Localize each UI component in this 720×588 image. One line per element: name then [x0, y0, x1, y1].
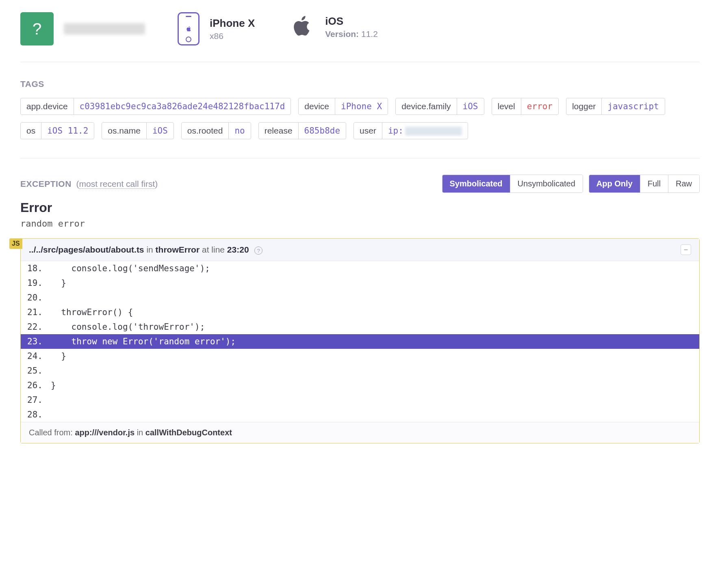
- code-line: 19. }: [21, 276, 699, 290]
- caller-file: app:///vendor.js: [75, 428, 134, 437]
- device-name: iPhone X: [210, 17, 255, 30]
- code-line: 20.: [21, 290, 699, 305]
- tag-key: user: [354, 123, 382, 139]
- line-code: throw new Error('random error');: [47, 334, 699, 349]
- symbolication-tabs: SymbolicatedUnsymbolicated: [442, 175, 583, 193]
- tag-value: iOS: [147, 123, 173, 139]
- tag-key: os.rooted: [182, 123, 229, 139]
- exception-type: Error: [20, 200, 700, 215]
- tag-os[interactable]: osiOS 11.2: [20, 122, 94, 139]
- frame-header[interactable]: ../../src/pages/about/about.ts in throwE…: [21, 239, 699, 261]
- line-number: 23.: [21, 334, 47, 349]
- tag-key: os.name: [102, 123, 147, 139]
- stack-frame: JS ../../src/pages/about/about.ts in thr…: [20, 238, 700, 443]
- tag-key: level: [492, 98, 521, 115]
- tag-value: iOS: [457, 98, 484, 115]
- frame-line: 23:20: [227, 245, 249, 254]
- tab-full[interactable]: Full: [640, 175, 668, 192]
- tag-value: c03981ebc9ec9ca3a826ade24e482128fbac117d: [74, 98, 291, 115]
- line-code: [47, 363, 699, 378]
- apple-logo-icon: [287, 12, 315, 42]
- line-code: }: [47, 378, 699, 393]
- tag-key: app.device: [21, 98, 74, 115]
- line-code: }: [47, 349, 699, 363]
- code-line: 24. }: [21, 349, 699, 363]
- line-number: 21.: [21, 305, 47, 320]
- exception-bar: EXCEPTION (most recent call first) Symbo…: [20, 158, 700, 193]
- tag-os.rooted[interactable]: os.rootedno: [181, 122, 251, 139]
- exception-message: random error: [20, 218, 700, 229]
- tag-level[interactable]: levelerror: [492, 98, 559, 115]
- redacted-username: [64, 23, 145, 35]
- code-line: 22. console.log('throwError');: [21, 320, 699, 334]
- line-code: [47, 290, 699, 305]
- tag-value: iOS 11.2: [41, 123, 94, 139]
- tag-value: error: [521, 98, 558, 115]
- line-number: 20.: [21, 290, 47, 305]
- line-code: console.log('sendMessage');: [47, 261, 699, 276]
- tab-raw[interactable]: Raw: [668, 175, 699, 192]
- scope-tabs: App OnlyFullRaw: [589, 175, 700, 193]
- tag-list: app.devicec03981ebc9ec9ca3a826ade24e4821…: [20, 98, 700, 139]
- device-col: iPhone X x86: [178, 12, 255, 45]
- tag-value: 685b8de: [299, 123, 346, 139]
- line-code: [47, 393, 699, 407]
- tag-os.name[interactable]: os.nameiOS: [102, 122, 173, 139]
- tag-value: ip:: [382, 123, 468, 139]
- line-number: 19.: [21, 276, 47, 290]
- user-col: ?: [20, 12, 145, 45]
- os-version: Version: 11.2: [325, 29, 378, 39]
- code-line: 27.: [21, 393, 699, 407]
- tag-device[interactable]: deviceiPhone X: [298, 98, 388, 115]
- device-arch: x86: [210, 31, 255, 41]
- tags-heading: TAGS: [20, 79, 700, 89]
- tag-release[interactable]: release685b8de: [258, 122, 346, 139]
- tag-value: iPhone X: [335, 98, 388, 115]
- line-code: }: [47, 276, 699, 290]
- code-line: 21. throwError() {: [21, 305, 699, 320]
- frame-file: ../../src/pages/about/about.ts: [29, 245, 144, 254]
- tag-value: no: [229, 123, 250, 139]
- os-col: iOS Version: 11.2: [287, 12, 378, 42]
- tag-key: os: [21, 123, 41, 139]
- caller-function: callWithDebugContext: [145, 428, 232, 437]
- tag-app.device[interactable]: app.devicec03981ebc9ec9ca3a826ade24e4821…: [20, 98, 291, 115]
- tab-symbolicated[interactable]: Symbolicated: [442, 175, 510, 192]
- line-code: console.log('throwError');: [47, 320, 699, 334]
- frame-function: throwError: [156, 245, 200, 254]
- exception-heading: EXCEPTION: [20, 179, 72, 188]
- redacted-value: [405, 127, 462, 136]
- code-line: 28.: [21, 407, 699, 422]
- info-icon[interactable]: ?: [254, 246, 262, 255]
- lang-badge: JS: [9, 238, 22, 249]
- tab-app-only[interactable]: App Only: [589, 175, 640, 192]
- tag-logger[interactable]: loggerjavascript: [566, 98, 665, 115]
- frame-footer: Called from: app:///vendor.js in callWit…: [21, 422, 699, 443]
- tag-user[interactable]: userip:: [353, 122, 468, 139]
- tag-key: device: [299, 98, 335, 115]
- code-line: 23. throw new Error('random error');: [21, 334, 699, 349]
- line-number: 24.: [21, 349, 47, 363]
- line-number: 22.: [21, 320, 47, 334]
- code-line: 18. console.log('sendMessage');: [21, 261, 699, 276]
- tag-key: logger: [566, 98, 602, 115]
- phone-icon: [178, 12, 200, 45]
- source-context: 18. console.log('sendMessage');19. }20.2…: [21, 261, 699, 422]
- context-header: ? iPhone X x86 iOS Version: 11.2: [20, 12, 700, 62]
- line-code: [47, 407, 699, 422]
- code-line: 25.: [21, 363, 699, 378]
- line-code: throwError() {: [47, 305, 699, 320]
- stack-order-note[interactable]: most recent call first: [79, 179, 155, 189]
- tag-key: release: [259, 123, 299, 139]
- unknown-user-badge: ?: [20, 12, 54, 45]
- code-line: 26.}: [21, 378, 699, 393]
- tag-device.family[interactable]: device.familyiOS: [395, 98, 484, 115]
- tag-value: javascript: [602, 98, 664, 115]
- line-number: 18.: [21, 261, 47, 276]
- os-name: iOS: [325, 15, 378, 28]
- line-number: 25.: [21, 363, 47, 378]
- line-number: 28.: [21, 407, 47, 422]
- tab-unsymbolicated[interactable]: Unsymbolicated: [510, 175, 583, 192]
- tag-key: device.family: [396, 98, 457, 115]
- collapse-button[interactable]: −: [681, 244, 691, 255]
